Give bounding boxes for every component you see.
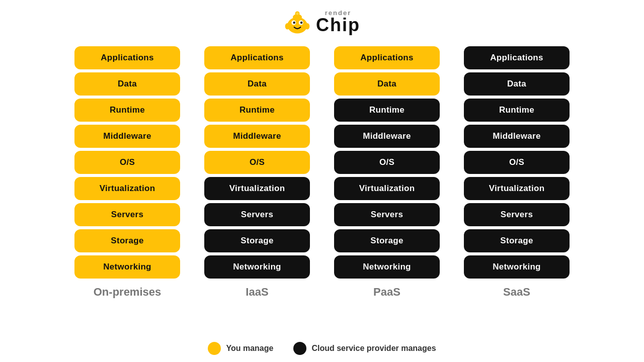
pill-saas-applications: Applications (464, 46, 570, 69)
col-label-iaas: IaaS (246, 286, 268, 299)
pill-paas-applications: Applications (334, 46, 440, 69)
pill-saas-data: Data (464, 72, 570, 96)
chip-logo-icon (284, 9, 311, 36)
svg-point-3 (293, 22, 295, 24)
pill-saas-networking: Networking (464, 255, 570, 279)
svg-point-7 (296, 12, 298, 15)
pill-paas-runtime: Runtime (334, 99, 440, 122)
pill-iaas-servers: Servers (204, 203, 310, 226)
legend-provider-manages: Cloud service provider manages (293, 342, 436, 355)
svg-point-9 (305, 23, 309, 30)
pill-saas-o-s: O/S (464, 151, 570, 174)
black-dot (293, 342, 306, 355)
col-label-saas: SaaS (503, 286, 530, 299)
legend-you-manage: You manage (208, 342, 273, 355)
pill-on-premises-virtualization: Virtualization (74, 177, 180, 200)
pill-iaas-data: Data (204, 72, 310, 96)
pill-paas-data: Data (334, 72, 440, 96)
pill-iaas-middleware: Middleware (204, 125, 310, 148)
pill-on-premises-servers: Servers (74, 203, 180, 226)
pill-saas-storage: Storage (464, 229, 570, 252)
col-label-on-premises: On-premises (94, 286, 162, 299)
pill-saas-runtime: Runtime (464, 99, 570, 122)
pill-on-premises-runtime: Runtime (74, 99, 180, 122)
column-saas: ApplicationsDataRuntimeMiddlewareO/SVirt… (464, 46, 570, 299)
legend-you-manage-label: You manage (226, 344, 273, 353)
pill-saas-servers: Servers (464, 203, 570, 226)
pill-saas-middleware: Middleware (464, 125, 570, 148)
pill-saas-virtualization: Virtualization (464, 177, 570, 200)
column-paas: ApplicationsDataRuntimeMiddlewareO/SVirt… (334, 46, 440, 299)
svg-point-4 (300, 22, 303, 24)
pill-on-premises-applications: Applications (74, 46, 180, 69)
pill-on-premises-storage: Storage (74, 229, 180, 252)
pill-on-premises-o-s: O/S (74, 151, 180, 174)
pill-iaas-applications: Applications (204, 46, 310, 69)
pill-paas-middleware: Middleware (334, 125, 440, 148)
svg-point-8 (285, 23, 290, 30)
pill-paas-storage: Storage (334, 229, 440, 252)
pill-paas-virtualization: Virtualization (334, 177, 440, 200)
legend-footer: You manage Cloud service provider manage… (208, 337, 436, 362)
header: render Chip (284, 0, 360, 41)
pill-iaas-o-s: O/S (204, 151, 310, 174)
main-grid: ApplicationsDataRuntimeMiddlewareO/SVirt… (54, 41, 590, 337)
pill-paas-servers: Servers (334, 203, 440, 226)
pill-paas-networking: Networking (334, 255, 440, 279)
pill-on-premises-networking: Networking (74, 255, 180, 279)
brand-text: render Chip (316, 11, 360, 35)
legend-provider-manages-label: Cloud service provider manages (311, 344, 436, 353)
pill-iaas-storage: Storage (204, 229, 310, 252)
pill-iaas-virtualization: Virtualization (204, 177, 310, 200)
col-label-paas: PaaS (373, 286, 400, 299)
brand-name-text: Chip (316, 15, 360, 35)
pill-paas-o-s: O/S (334, 151, 440, 174)
pill-on-premises-middleware: Middleware (74, 125, 180, 148)
column-on-premises: ApplicationsDataRuntimeMiddlewareO/SVirt… (74, 46, 180, 299)
column-iaas: ApplicationsDataRuntimeMiddlewareO/SVirt… (204, 46, 310, 299)
pill-on-premises-data: Data (74, 72, 180, 96)
pill-iaas-runtime: Runtime (204, 99, 310, 122)
yellow-dot (208, 342, 221, 355)
pill-iaas-networking: Networking (204, 255, 310, 279)
